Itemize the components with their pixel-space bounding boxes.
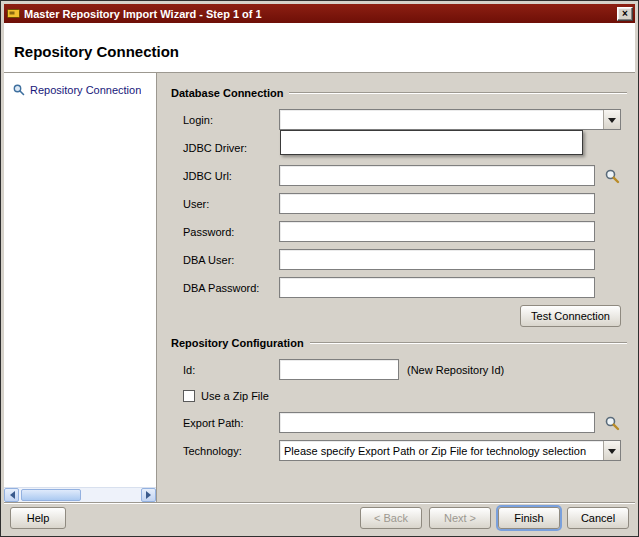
zip-file-row: Use a Zip File <box>183 387 627 405</box>
export-path-input[interactable] <box>279 412 595 433</box>
dba-password-input[interactable] <box>279 277 595 298</box>
password-row: Password: <box>183 221 627 242</box>
jdbc-url-input[interactable] <box>279 165 595 186</box>
title-bar[interactable]: Master Repository Import Wizard - Step 1… <box>4 4 635 23</box>
id-row: Id: (New Repository Id) <box>183 359 627 380</box>
technology-label: Technology: <box>183 445 279 457</box>
dba-user-row: DBA User: <box>183 249 627 270</box>
help-button[interactable]: Help <box>10 507 66 529</box>
dba-password-row: DBA Password: <box>183 277 627 298</box>
section-repository-configuration: Repository Configuration <box>171 337 627 349</box>
chevron-down-icon[interactable] <box>603 110 620 129</box>
wizard-step-sidebar: Repository Connection <box>4 73 157 502</box>
user-row: User: <box>183 193 627 214</box>
main-panel: Database Connection Login: <box>157 73 635 502</box>
footer-bar: Help < Back Next > Finish Cancel <box>4 502 635 533</box>
login-dropdown-list[interactable] <box>280 130 583 155</box>
export-path-row: Export Path: <box>183 412 627 433</box>
scrollbar-thumb[interactable] <box>21 489 81 501</box>
section-title: Repository Configuration <box>171 337 304 349</box>
scroll-left-icon[interactable] <box>4 488 19 502</box>
repository-id-input[interactable] <box>279 359 399 380</box>
scroll-right-icon[interactable] <box>141 488 156 502</box>
sidebar-item-repository-connection[interactable]: Repository Connection <box>4 73 156 102</box>
dba-user-input[interactable] <box>279 249 595 270</box>
jdbc-url-label: JDBC Url: <box>183 170 279 182</box>
wizard-header: Repository Connection <box>4 23 635 73</box>
sidebar-item-label: Repository Connection <box>30 84 141 96</box>
jdbc-url-row: JDBC Url: <box>183 165 627 186</box>
section-database-connection: Database Connection <box>171 87 627 99</box>
technology-combobox[interactable]: Please specify Export Path or Zip File f… <box>279 440 621 461</box>
search-icon[interactable] <box>603 414 621 432</box>
password-input[interactable] <box>279 221 595 242</box>
jdbc-driver-label: JDBC Driver: <box>183 142 279 154</box>
user-label: User: <box>183 198 279 210</box>
cancel-button[interactable]: Cancel <box>567 507 629 529</box>
dba-password-label: DBA Password: <box>183 282 279 294</box>
wizard-window: Master Repository Import Wizard - Step 1… <box>0 0 639 537</box>
export-path-label: Export Path: <box>183 417 279 429</box>
new-repository-id-hint: (New Repository Id) <box>407 364 504 376</box>
section-divider <box>289 92 627 94</box>
test-connection-button[interactable]: Test Connection <box>520 305 621 327</box>
window-icon <box>7 8 20 19</box>
section-divider <box>310 342 627 344</box>
login-row: Login: <box>183 109 627 130</box>
technology-row: Technology: Please specify Export Path o… <box>183 440 627 461</box>
repository-connection-icon <box>12 83 25 96</box>
login-combobox[interactable] <box>279 109 621 130</box>
use-zip-file-label: Use a Zip File <box>201 390 269 402</box>
next-button: Next > <box>429 507 491 529</box>
test-connection-row: Test Connection <box>183 305 621 327</box>
technology-value: Please specify Export Path or Zip File f… <box>280 445 603 457</box>
login-label: Login: <box>183 114 279 126</box>
close-icon[interactable]: × <box>617 7 633 21</box>
section-title: Database Connection <box>171 87 283 99</box>
use-zip-file-checkbox[interactable] <box>183 390 195 402</box>
back-button: < Back <box>360 507 422 529</box>
sidebar-horizontal-scrollbar[interactable] <box>4 487 156 502</box>
user-input[interactable] <box>279 193 595 214</box>
search-icon[interactable] <box>603 167 621 185</box>
chevron-down-icon[interactable] <box>603 441 620 460</box>
page-title: Repository Connection <box>14 43 179 60</box>
id-label: Id: <box>183 364 279 376</box>
dba-user-label: DBA User: <box>183 254 279 266</box>
finish-button[interactable]: Finish <box>498 507 560 529</box>
password-label: Password: <box>183 226 279 238</box>
window-title: Master Repository Import Wizard - Step 1… <box>24 8 613 20</box>
